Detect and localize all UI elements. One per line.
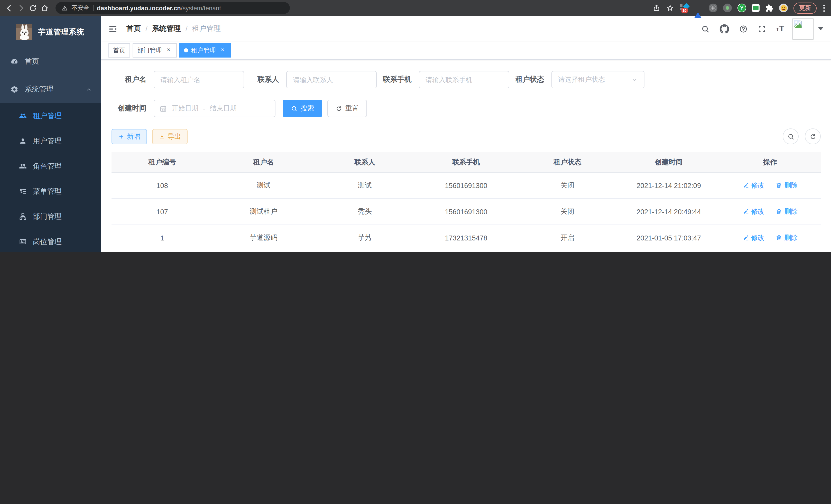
close-icon[interactable] bbox=[219, 47, 226, 54]
logo-rabbit-image bbox=[16, 24, 32, 40]
id-card-icon bbox=[19, 238, 27, 245]
sidebar-item-post[interactable]: 岗位管理 bbox=[0, 229, 101, 252]
fullscreen-icon[interactable] bbox=[757, 24, 766, 33]
tenant-name-input[interactable] bbox=[154, 71, 244, 88]
show-search-button[interactable] bbox=[783, 128, 799, 144]
extension-tabs-icon[interactable]: 10 bbox=[680, 4, 689, 12]
end-date-placeholder[interactable]: 结束日期 bbox=[210, 104, 237, 113]
status-text: 关闭 bbox=[517, 172, 618, 199]
tab-tenant[interactable]: 租户管理 bbox=[179, 43, 231, 58]
active-dot bbox=[184, 48, 188, 52]
date-range-input[interactable]: 开始日期 - 结束日期 bbox=[154, 100, 276, 117]
sidebar-item-role[interactable]: 角色管理 bbox=[0, 154, 101, 179]
sidebar-toggle-icon[interactable] bbox=[108, 24, 118, 34]
refresh-table-button[interactable] bbox=[805, 128, 821, 144]
address-bar[interactable]: 不安全 dashboard.yudao.iocoder.cn/system/te… bbox=[56, 2, 290, 14]
system-submenu: 租户管理 用户管理 角色管理 菜单管理 bbox=[0, 103, 101, 252]
search-icon bbox=[291, 105, 297, 112]
broken-image-icon bbox=[794, 19, 802, 28]
browser-forward-icon[interactable] bbox=[17, 4, 25, 12]
table-row: 1 芋道源码 芋艿 17321315478 开启 2021-01-05 17:0… bbox=[112, 225, 821, 251]
table-toolbar: 新增 导出 bbox=[112, 128, 821, 144]
profile-avatar-icon[interactable] bbox=[779, 4, 788, 12]
users-icon bbox=[19, 112, 27, 120]
breadcrumb-section[interactable]: 系统管理 bbox=[152, 24, 181, 33]
sidebar-item-home[interactable]: 首页 bbox=[0, 48, 101, 76]
download-icon bbox=[159, 133, 165, 140]
header-search-icon[interactable] bbox=[701, 24, 710, 33]
tab-home[interactable]: 首页 bbox=[109, 43, 130, 58]
extension-command-icon[interactable] bbox=[709, 4, 717, 12]
refresh-icon bbox=[336, 105, 342, 112]
gear-icon bbox=[10, 85, 19, 93]
chevron-up-icon bbox=[86, 86, 92, 92]
table-header-row: 租户编号 租户名 联系人 联系手机 租户状态 创建时间 操作 bbox=[112, 152, 821, 172]
sidebar-item-menu[interactable]: 菜单管理 bbox=[0, 179, 101, 204]
delete-link[interactable]: 删除 bbox=[776, 207, 798, 216]
share-icon[interactable] bbox=[653, 4, 660, 12]
extension-chat-icon[interactable] bbox=[752, 4, 760, 12]
edit-link[interactable]: 修改 bbox=[742, 181, 765, 190]
users-icon bbox=[19, 162, 27, 170]
search-button[interactable]: 搜索 bbox=[283, 100, 322, 117]
font-size-icon[interactable]: TT bbox=[776, 25, 784, 33]
contact-input[interactable] bbox=[286, 71, 377, 88]
browser-home-icon[interactable] bbox=[40, 4, 49, 12]
col-status: 租户状态 bbox=[517, 152, 618, 172]
col-tenant-id: 租户编号 bbox=[112, 152, 213, 172]
browser-back-icon[interactable] bbox=[5, 4, 13, 12]
user-avatar[interactable] bbox=[793, 18, 813, 39]
edit-link[interactable]: 修改 bbox=[742, 207, 765, 216]
sidebar-item-system[interactable]: 系统管理 bbox=[0, 76, 101, 103]
col-mobile: 联系手机 bbox=[416, 152, 517, 172]
browser-reload-icon[interactable] bbox=[29, 4, 37, 12]
github-icon[interactable] bbox=[719, 24, 729, 34]
col-tenant-name: 租户名 bbox=[213, 152, 314, 172]
table-row: 108 测试 测试 15601691300 关闭 2021-12-14 21:0… bbox=[112, 172, 821, 199]
org-icon bbox=[19, 213, 27, 220]
delete-link[interactable]: 删除 bbox=[776, 233, 798, 242]
col-contact: 联系人 bbox=[314, 152, 416, 172]
browser-actions: 10 Y 更新 bbox=[653, 2, 826, 13]
contact-label: 联系人 bbox=[244, 75, 286, 84]
close-icon[interactable] bbox=[165, 47, 172, 54]
chevron-down-icon bbox=[631, 76, 638, 83]
help-icon[interactable] bbox=[739, 24, 748, 33]
filter-row-1: 租户名 联系人 联系手机 租户状态 请选择租户状态 bbox=[112, 71, 821, 88]
trash-icon bbox=[776, 235, 782, 241]
browser-menu-icon[interactable] bbox=[822, 4, 826, 11]
delete-link[interactable]: 删除 bbox=[776, 181, 798, 190]
extensions-puzzle-icon[interactable] bbox=[765, 4, 773, 12]
sidebar-item-tenant[interactable]: 租户管理 bbox=[0, 103, 101, 128]
pencil-icon bbox=[742, 208, 749, 215]
extension-y-icon[interactable]: Y bbox=[738, 4, 746, 12]
breadcrumb-home[interactable]: 首页 bbox=[126, 24, 141, 33]
reset-button[interactable]: 重置 bbox=[327, 100, 367, 117]
add-button[interactable]: 新增 bbox=[112, 129, 147, 144]
browser-update-button[interactable]: 更新 bbox=[794, 2, 816, 13]
col-created: 创建时间 bbox=[618, 152, 719, 172]
security-warning-icon[interactable] bbox=[62, 5, 68, 11]
tab-dept[interactable]: 部门管理 bbox=[133, 43, 177, 58]
bookmark-star-icon[interactable] bbox=[666, 4, 674, 12]
mobile-input[interactable] bbox=[419, 71, 509, 88]
header-actions: TT bbox=[691, 18, 823, 39]
start-date-placeholder[interactable]: 开始日期 bbox=[172, 104, 198, 113]
edit-link[interactable]: 修改 bbox=[742, 233, 765, 242]
pencil-icon bbox=[742, 182, 749, 189]
table-row: 107 测试租户 秃头 15601691300 关闭 2021-12-14 20… bbox=[112, 199, 821, 225]
main-area: 首页 / 系统管理 / 租户管理 TT bbox=[101, 16, 831, 252]
sidebar-item-user[interactable]: 用户管理 bbox=[0, 128, 101, 154]
app-title: 芋道管理系统 bbox=[38, 27, 84, 37]
extension-kite-icon[interactable] bbox=[694, 4, 703, 12]
export-button[interactable]: 导出 bbox=[152, 129, 188, 144]
sidebar: 芋道管理系统 首页 系统管理 租户管理 bbox=[0, 16, 101, 252]
pencil-icon bbox=[742, 235, 749, 241]
avatar-caret-icon[interactable] bbox=[818, 27, 823, 33]
sidebar-item-dept[interactable]: 部门管理 bbox=[0, 204, 101, 229]
status-text: 开启 bbox=[517, 225, 618, 251]
app-logo[interactable]: 芋道管理系统 bbox=[0, 16, 101, 48]
extension-dot-icon[interactable] bbox=[723, 4, 732, 12]
status-select[interactable]: 请选择租户状态 bbox=[551, 71, 644, 88]
status-label: 租户状态 bbox=[509, 75, 551, 84]
